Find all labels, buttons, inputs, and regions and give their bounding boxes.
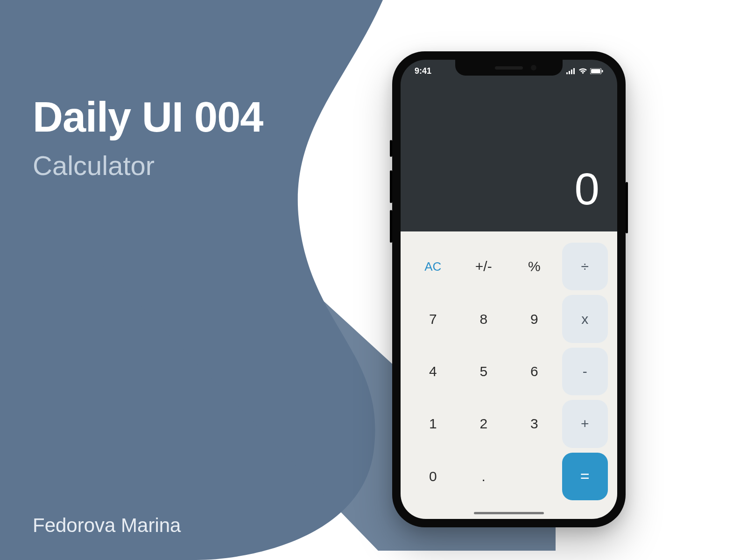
svg-rect-2: [571, 70, 572, 74]
key-percent[interactable]: %: [511, 243, 557, 290]
key-0[interactable]: 0: [410, 453, 456, 500]
key-5[interactable]: 5: [461, 348, 507, 395]
key-minus[interactable]: -: [562, 348, 608, 395]
title-block: Daily UI 004 Calculator: [33, 93, 263, 181]
battery-icon: [590, 68, 603, 74]
key-plus[interactable]: +: [562, 400, 608, 448]
key-plus-minus[interactable]: +/-: [461, 243, 507, 290]
key-2[interactable]: 2: [461, 400, 507, 448]
status-time: 9:41: [415, 66, 431, 76]
phone-power-button: [626, 182, 628, 233]
svg-rect-5: [591, 69, 600, 73]
phone-volume-up: [390, 170, 392, 203]
phone-screen: 9:41 0 AC +/- %: [401, 60, 617, 519]
key-decimal[interactable]: .: [461, 453, 507, 500]
key-ac[interactable]: AC: [410, 243, 456, 290]
phone-mockup: 9:41 0 AC +/- %: [392, 51, 626, 527]
key-7[interactable]: 7: [410, 295, 456, 343]
key-equals[interactable]: =: [562, 453, 608, 500]
key-multiply[interactable]: x: [562, 295, 608, 343]
key-9[interactable]: 9: [511, 295, 557, 343]
phone-notch: [455, 60, 563, 76]
phone-mute-switch: [390, 140, 392, 157]
key-4[interactable]: 4: [410, 348, 456, 395]
svg-rect-3: [573, 68, 575, 74]
wifi-icon: [578, 68, 587, 74]
page-subtitle: Calculator: [33, 150, 263, 181]
svg-rect-6: [602, 70, 603, 72]
notch-speaker: [495, 66, 523, 70]
key-6[interactable]: 6: [511, 348, 557, 395]
key-8[interactable]: 8: [461, 295, 507, 343]
key-3[interactable]: 3: [511, 400, 557, 448]
calculator-keypad: AC +/- % ÷ 7 8 9 x 4 5 6 - 1 2 3 + 0 . =: [401, 231, 617, 519]
key-1[interactable]: 1: [410, 400, 456, 448]
calculator-display: 0: [401, 82, 617, 231]
notch-camera: [531, 65, 536, 70]
author-credit: Fedorova Marina: [33, 514, 181, 537]
home-indicator[interactable]: [474, 512, 544, 514]
svg-rect-1: [569, 71, 570, 74]
signal-icon: [566, 68, 576, 74]
page-title: Daily UI 004: [33, 93, 263, 141]
display-value: 0: [575, 163, 599, 215]
svg-rect-0: [566, 72, 568, 74]
key-divide[interactable]: ÷: [562, 243, 608, 290]
phone-volume-down: [390, 210, 392, 243]
